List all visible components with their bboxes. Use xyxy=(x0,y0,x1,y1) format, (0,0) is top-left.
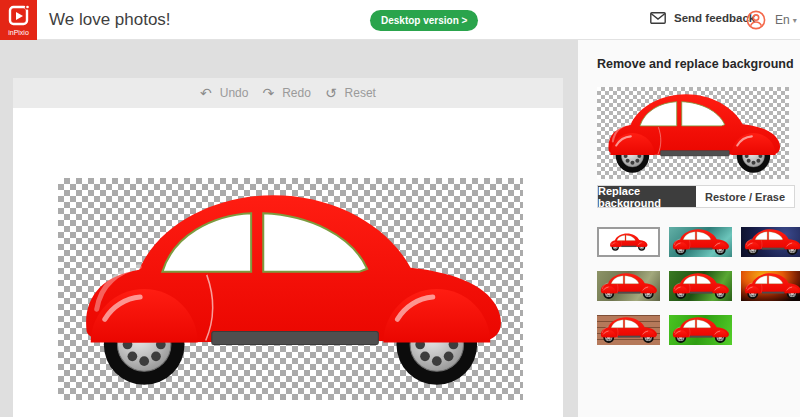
redo-label: Redo xyxy=(282,86,311,100)
thumbnail-brick-wall[interactable] xyxy=(597,315,660,345)
thumbnail-olive-field[interactable] xyxy=(597,271,660,301)
account-button[interactable] xyxy=(746,10,766,30)
undo-label: Undo xyxy=(220,86,249,100)
redo-arrow-icon: ↷ xyxy=(262,86,274,100)
result-preview xyxy=(597,87,789,179)
reset-label: Reset xyxy=(345,86,376,100)
inpixio-logo[interactable]: inPixio xyxy=(0,0,37,40)
language-selector[interactable]: En ▾ xyxy=(775,13,797,27)
thumbnail-jungle-leaves[interactable] xyxy=(669,271,732,301)
envelope-icon xyxy=(650,12,666,24)
editor-toolbar: ↶ Undo ↷ Redo ↺ Reset xyxy=(13,78,563,108)
thumbnail-green-grass[interactable] xyxy=(669,315,732,345)
reset-circular-arrow-icon: ↺ xyxy=(325,86,337,100)
editor-panel: ↶ Undo ↷ Redo ↺ Reset xyxy=(13,78,563,417)
app-header: inPixio We love photos! Desktop version … xyxy=(0,0,800,40)
car-preview-image xyxy=(597,87,789,179)
redo-button[interactable]: ↷ Redo xyxy=(262,86,310,100)
sidebar: Remove and replace background Replace ba… xyxy=(578,40,800,417)
send-feedback-button[interactable]: Send feedback xyxy=(650,12,755,24)
tab-restore-erase[interactable]: Restore / Erase xyxy=(696,186,794,207)
undo-arrow-icon: ↶ xyxy=(200,86,212,100)
thumbnail-flames[interactable] xyxy=(741,271,800,301)
car-image xyxy=(58,178,523,400)
desktop-version-button[interactable]: Desktop version > xyxy=(370,10,478,31)
undo-button[interactable]: ↶ Undo xyxy=(200,86,248,100)
thumbnail-teal-texture[interactable] xyxy=(669,227,732,257)
caret-down-icon: ▾ xyxy=(793,16,797,25)
play-icon xyxy=(7,4,31,28)
sidebar-title: Remove and replace background xyxy=(597,57,794,71)
background-thumbnail-grid xyxy=(597,227,797,345)
reset-button[interactable]: ↺ Reset xyxy=(325,86,376,100)
account-icon xyxy=(746,10,766,30)
send-feedback-label: Send feedback xyxy=(674,12,755,24)
language-label: En xyxy=(775,13,790,27)
tab-replace-background[interactable]: Replace background xyxy=(598,186,696,207)
mode-tabs: Replace background Restore / Erase xyxy=(597,185,795,208)
page-title: We love photos! xyxy=(49,10,171,30)
thumbnail-starry-night[interactable] xyxy=(741,227,800,257)
logo-brand-text: inPixio xyxy=(8,29,29,36)
image-canvas[interactable] xyxy=(58,178,523,400)
thumbnail-original-white[interactable] xyxy=(597,227,660,257)
